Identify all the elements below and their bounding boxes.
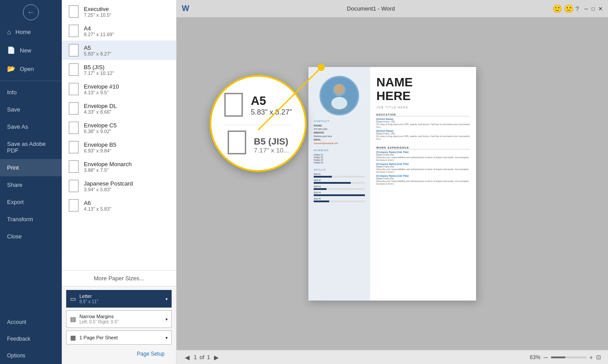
paper-item-envdl[interactable]: Envelope DL 4.33" x 8.66" bbox=[62, 99, 176, 118]
paper-item-executive[interactable]: Executive 7.25" x 10.5" bbox=[62, 2, 176, 21]
page-setup-link[interactable]: Page Setup bbox=[66, 347, 172, 360]
paper-size-a6: 4.13" x 5.83" bbox=[84, 206, 111, 212]
sidebar-item-open[interactable]: 📂 Open bbox=[0, 59, 62, 78]
email-label: EMAIL: bbox=[314, 138, 365, 141]
paper-icon-envb5 bbox=[69, 141, 79, 153]
sidebar-item-save[interactable]: Save bbox=[0, 101, 62, 118]
total-pages: 1 bbox=[207, 354, 210, 360]
paper-item-b5jis[interactable]: B5 (JIS) 7.17" x 10.12" bbox=[62, 60, 176, 79]
magnifier-overlay: A5 5.83" x 8.27" B5 (JIS) 7.17" x 10... bbox=[210, 75, 307, 172]
paper-icon-a6 bbox=[69, 199, 79, 212]
face-happy-icon: 🙂 bbox=[552, 4, 562, 14]
paper-item-a5[interactable]: A5 5.83" x 8.27" bbox=[62, 41, 176, 60]
edu-entry-1: [School Name] [Dates From] - [To] [It's … bbox=[376, 118, 470, 128]
zoom-slider[interactable] bbox=[551, 357, 586, 358]
paper-size-b5jis: 7.17" x 10.12" bbox=[84, 71, 114, 76]
paper-item-a6[interactable]: A6 4.13" x 5.83" bbox=[62, 196, 176, 215]
pages-per-sheet-dropdown[interactable]: ▦ 1 Page Per Sheet ▾ bbox=[66, 331, 172, 345]
mag-paper-name: A5 bbox=[251, 94, 292, 108]
paper-dropdown-button[interactable]: ▭ Letter 8.5" x 11" ▾ bbox=[66, 290, 172, 308]
margins-dropdown-button[interactable]: ▤ Narrow Margins Left: 0.5" Right: 0.5" … bbox=[66, 310, 172, 328]
paper-size-env10: 4.13" x 9.5" bbox=[84, 90, 119, 95]
current-page: 1 bbox=[194, 354, 197, 360]
skill-2-bar-fill bbox=[314, 182, 351, 184]
sidebar-item-options[interactable]: Options bbox=[0, 347, 62, 364]
phone-value: 675-555-0100 bbox=[314, 128, 365, 130]
skill-4-row: Skill #4 bbox=[314, 191, 365, 196]
skill-3-label: Skill #3 bbox=[314, 185, 365, 188]
more-paper-sizes[interactable]: More Paper Sizes... bbox=[62, 270, 176, 286]
prev-page-button[interactable]: ◀ bbox=[184, 354, 191, 361]
skill-4-label: Skill #4 bbox=[314, 191, 365, 194]
sidebar-item-print[interactable]: Print bbox=[0, 159, 62, 176]
document-preview: CONTACT PHONE: 675-555-0100 WEBSITE: Web… bbox=[176, 18, 608, 350]
doc-right-column: NAME HERE JOB TITLE HERE EDUCATION [Scho… bbox=[370, 67, 476, 301]
minimize-button[interactable]: ─ bbox=[584, 6, 588, 12]
paper-icon-envmonarch bbox=[69, 160, 79, 173]
face-sad-icon: 🙁 bbox=[564, 4, 574, 14]
mag-paper-size: 5.83" x 8.27" bbox=[251, 108, 292, 115]
new-doc-icon: 📄 bbox=[7, 46, 15, 54]
next-page-button[interactable]: ▶ bbox=[213, 354, 220, 361]
paper-item-envmonarch[interactable]: Envelope Monarch 3.88" x 7.5" bbox=[62, 157, 176, 176]
sidebar-item-save-adobe[interactable]: Save as Adobe PDF bbox=[0, 135, 62, 159]
pages-label: 1 Page Per Sheet bbox=[79, 335, 162, 340]
paper-item-envc5[interactable]: Envelope C5 6.38" x 9.02" bbox=[62, 118, 176, 137]
work-entry-2: [Company Name] [Job Title] [Dates From]–… bbox=[376, 163, 470, 173]
paper-size-envc5: 6.38" x 9.02" bbox=[84, 129, 116, 134]
avatar bbox=[319, 76, 359, 115]
paper-item-envb5[interactable]: Envelope B5 6.93" x 9.84" bbox=[62, 137, 176, 157]
svg-point-3 bbox=[331, 97, 347, 109]
back-button[interactable]: ← bbox=[23, 4, 39, 20]
document-page: CONTACT PHONE: 675-555-0100 WEBSITE: Web… bbox=[308, 67, 476, 301]
sidebar-nav: ⌂ Home 📄 New 📂 Open Info Save Save As Sa… bbox=[0, 23, 62, 314]
paper-size-envb5: 6.93" x 9.84" bbox=[84, 148, 116, 153]
paper-size-a4: 8.27" x 11.69" bbox=[84, 32, 114, 37]
zoom-out-button[interactable]: ─ bbox=[542, 354, 549, 361]
skill-1-bar-bg bbox=[314, 176, 365, 178]
preview-area: W Document1 - Word 🙂 🙁 ? ─ □ ✕ bbox=[176, 0, 608, 364]
paper-size-panel: Executive 7.25" x 10.5" A4 8.27" x 11.69… bbox=[62, 0, 176, 364]
fit-page-icon[interactable]: ⊡ bbox=[596, 354, 601, 360]
skill-5-bar-fill bbox=[314, 201, 329, 202]
sidebar-item-info[interactable]: Info bbox=[0, 84, 62, 101]
title-bar-left: W bbox=[182, 4, 189, 13]
sidebar-item-close[interactable]: Close bbox=[0, 228, 62, 245]
open-icon: 📂 bbox=[7, 65, 15, 73]
paper-name-envb5: Envelope B5 bbox=[84, 141, 116, 148]
paper-item-jappostcard[interactable]: Japanese Postcard 3.94" x 5.83" bbox=[62, 176, 176, 196]
skill-2-label: Skill #2 bbox=[314, 179, 365, 182]
bottom-navigation-bar: ◀ 1 of 1 ▶ 63% ─ + ⊡ bbox=[176, 350, 608, 364]
skill-3-bar-bg bbox=[314, 188, 365, 190]
sidebar-item-export[interactable]: Export bbox=[0, 193, 62, 211]
sidebar-item-feedback[interactable]: Feedback bbox=[0, 331, 62, 347]
paper-name-a5: A5 bbox=[84, 45, 111, 51]
paper-label: Letter bbox=[79, 293, 92, 299]
sidebar-item-home[interactable]: ⌂ Home bbox=[0, 23, 62, 41]
zoom-in-button[interactable]: + bbox=[588, 354, 594, 361]
doc-left-column: CONTACT PHONE: 675-555-0100 WEBSITE: Web… bbox=[308, 67, 370, 301]
paper-item-a4[interactable]: A4 8.27" x 11.69" bbox=[62, 21, 176, 41]
close-window-button[interactable]: ✕ bbox=[598, 6, 603, 12]
paper-name-envmonarch: Envelope Monarch bbox=[84, 161, 131, 167]
window-controls: 🙂 🙁 ? ─ □ ✕ bbox=[552, 4, 603, 14]
maximize-button[interactable]: □ bbox=[592, 6, 595, 12]
paper-icon-b5jis bbox=[69, 63, 79, 76]
work-section: WORK EXPERIENCE [Company Name] [Job Titl… bbox=[376, 146, 470, 186]
skill-1-bar-fill bbox=[314, 176, 332, 178]
paper-icon-jappostcard bbox=[69, 180, 79, 192]
home-icon: ⌂ bbox=[7, 28, 11, 36]
paper-icon-a4 bbox=[69, 25, 79, 37]
paper-item-env10[interactable]: Envelope #10 4.13" x 9.5" bbox=[62, 79, 176, 99]
sidebar-item-transform[interactable]: Transform bbox=[0, 211, 62, 228]
skill-3-row: Skill #3 bbox=[314, 185, 365, 190]
sidebar-item-share[interactable]: Share bbox=[0, 176, 62, 193]
sidebar-item-account[interactable]: Account bbox=[0, 314, 62, 331]
sidebar-item-new[interactable]: 📄 New bbox=[0, 41, 62, 59]
paper-name-executive: Executive bbox=[84, 6, 111, 12]
sidebar-item-save-as[interactable]: Save As bbox=[0, 118, 62, 135]
doc-skills-section: SKILLS Skill #1 Skill #2 Sk bbox=[314, 168, 365, 204]
paper-size-list: Executive 7.25" x 10.5" A4 8.27" x 11.69… bbox=[62, 0, 176, 270]
margins-icon: ▤ bbox=[70, 316, 76, 323]
help-icon[interactable]: ? bbox=[575, 5, 579, 12]
